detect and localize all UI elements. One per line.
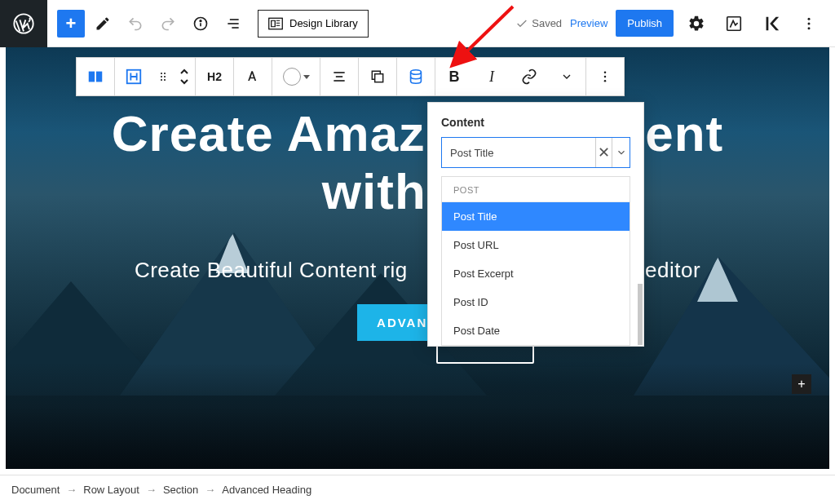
heading-block-icon[interactable]	[115, 58, 152, 95]
top-left-tools: + Design Library	[47, 9, 369, 38]
content-input[interactable]	[442, 147, 595, 159]
dropdown-item[interactable]: Post Excerpt	[442, 259, 630, 288]
preview-button[interactable]: Preview	[570, 17, 607, 29]
more-formatting-icon[interactable]	[548, 58, 585, 95]
bold-button[interactable]: B	[435, 58, 473, 95]
breadcrumb-item[interactable]: Document	[11, 484, 60, 496]
clear-icon[interactable]: ✕	[595, 138, 612, 167]
svg-point-9	[808, 17, 811, 20]
popover-title: Content	[441, 116, 630, 129]
svg-point-28	[604, 80, 607, 82]
svg-rect-24	[375, 74, 383, 82]
svg-point-18	[164, 76, 166, 77]
svg-point-27	[604, 76, 607, 78]
link-icon[interactable]	[510, 58, 548, 95]
typography-icon[interactable]	[234, 58, 272, 95]
editor-top-bar: + Design Library Saved Preview Publish	[0, 0, 835, 47]
svg-point-10	[808, 22, 811, 24]
info-icon[interactable]	[186, 9, 215, 38]
kadence-icon[interactable]	[757, 9, 786, 38]
drag-handle-icon[interactable]	[152, 58, 174, 95]
breadcrumb-item[interactable]: Advanced Heading	[222, 484, 311, 496]
svg-point-15	[161, 73, 162, 74]
svg-point-17	[161, 76, 162, 77]
copy-icon[interactable]	[359, 58, 396, 95]
content-combobox[interactable]: ✕	[441, 137, 630, 168]
saved-label: Saved	[532, 17, 562, 29]
breadcrumb-separator: →	[146, 484, 157, 496]
italic-button[interactable]: I	[473, 58, 510, 95]
saved-status: Saved	[515, 17, 562, 30]
svg-point-26	[604, 71, 607, 73]
publish-button[interactable]: Publish	[616, 10, 674, 37]
dropdown-item[interactable]: Post Title	[442, 202, 630, 231]
move-updown-icon[interactable]	[174, 58, 195, 95]
design-library-button[interactable]: Design Library	[258, 10, 369, 38]
svg-point-3	[200, 20, 201, 21]
svg-point-16	[164, 73, 166, 74]
outline-icon[interactable]	[219, 9, 248, 38]
svg-point-11	[808, 27, 811, 29]
styles-icon[interactable]	[719, 9, 749, 38]
top-right-tools: Saved Preview Publish	[515, 9, 835, 38]
dropdown-item[interactable]: Post URL	[442, 231, 630, 259]
breadcrumb-item[interactable]: Row Layout	[83, 484, 139, 496]
hero-subtitle[interactable]: Create Beautiful Content rigxxxxxxxxxxxx…	[6, 258, 829, 283]
more-options-icon[interactable]	[794, 9, 824, 38]
svg-point-20	[164, 79, 166, 81]
dropdown-scrollbar[interactable]	[638, 284, 643, 345]
hero-heading[interactable]: Create Amazxxxxxxxtent with Gu	[6, 104, 829, 221]
redo-icon[interactable]	[153, 9, 183, 38]
add-block-button[interactable]: +	[57, 10, 85, 38]
breadcrumb-item[interactable]: Section	[163, 484, 198, 496]
dropdown-item[interactable]: Post ID	[442, 288, 630, 316]
color-picker-icon[interactable]	[272, 58, 320, 95]
block-breadcrumb: Document→Row Layout→Section→Advanced Hea…	[0, 475, 835, 504]
add-block-fab[interactable]: +	[792, 374, 811, 394]
heading-level-button[interactable]: H2	[196, 58, 233, 95]
svg-rect-12	[89, 72, 95, 82]
wordpress-logo[interactable]	[0, 0, 47, 47]
block-more-icon[interactable]	[586, 58, 624, 95]
block-toolbar: H2 B I	[76, 57, 625, 96]
breadcrumb-separator: →	[66, 484, 77, 496]
hero-section: Create Amazxxxxxxxtent with Gu Create Be…	[6, 104, 829, 341]
undo-icon[interactable]	[121, 9, 150, 38]
dropdown-list: POST Post TitlePost URLPost ExcerptPost …	[441, 176, 630, 346]
dynamic-content-popover: Content ✕ POST Post TitlePost URLPost Ex…	[427, 102, 644, 347]
svg-rect-13	[96, 72, 102, 82]
svg-point-25	[411, 70, 422, 75]
dropdown-item[interactable]: Post Date	[442, 316, 630, 345]
settings-icon[interactable]	[682, 9, 711, 38]
design-library-label: Design Library	[289, 17, 358, 29]
edit-mode-icon[interactable]	[88, 9, 117, 38]
dynamic-content-icon[interactable]	[397, 58, 435, 95]
dropdown-group-label: POST	[442, 177, 630, 202]
chevron-down-icon[interactable]	[612, 138, 630, 167]
svg-point-19	[161, 79, 162, 81]
row-layout-icon[interactable]	[77, 58, 114, 95]
breadcrumb-separator: →	[205, 484, 215, 496]
editor-canvas: Create Amazxxxxxxxtent with Gu Create Be…	[6, 47, 829, 469]
align-icon[interactable]	[320, 58, 358, 95]
